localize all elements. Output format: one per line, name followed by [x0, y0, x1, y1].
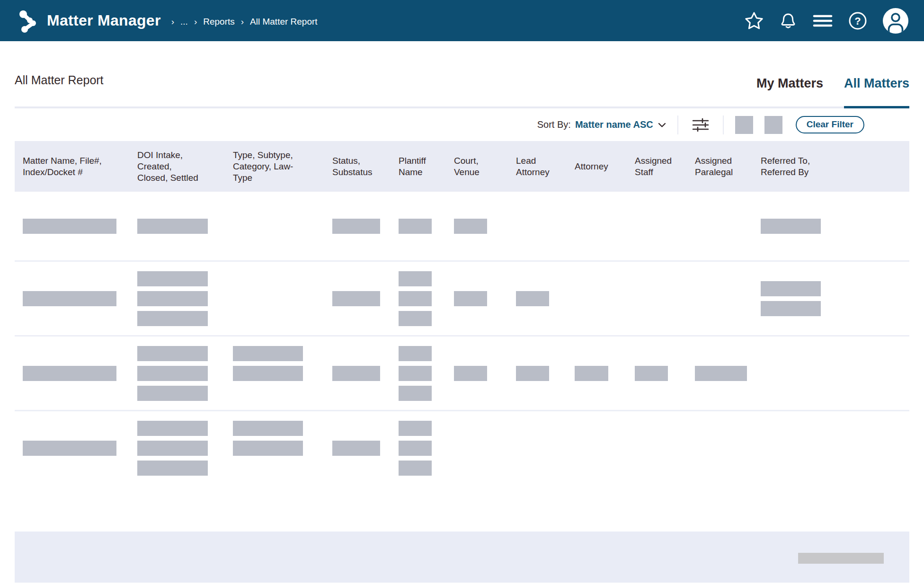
- sort-by-label: Sort By:: [537, 119, 571, 130]
- table-row: [15, 410, 909, 485]
- table-cell-attorney: [575, 337, 635, 410]
- page-title: All Matter Report: [15, 73, 104, 87]
- table-cell-status: [332, 262, 399, 335]
- table-cell-doi: [137, 337, 233, 410]
- skeleton-bar: [695, 366, 747, 381]
- skeleton-bar: [761, 219, 821, 234]
- table-cell-referred: [761, 262, 909, 335]
- toolbar-placeholder-icon[interactable]: [735, 116, 753, 134]
- table-row: [15, 260, 909, 335]
- column-header-doi: DOI Intake,Created,Closed, Settled: [137, 150, 233, 184]
- column-header-court: Court,Venue: [454, 155, 516, 178]
- table-header-row: Matter Name, File#,Index/Docket #DOI Int…: [15, 141, 909, 192]
- clear-filter-button[interactable]: Clear Filter: [796, 116, 864, 133]
- table-cell-assigned-paralegal: [695, 192, 761, 260]
- table-cell-assigned-staff: [635, 192, 695, 260]
- skeleton-bar: [332, 291, 380, 306]
- table-cell-referred: [761, 192, 909, 260]
- toolbar-placeholder-icon[interactable]: [764, 116, 782, 134]
- menu-icon[interactable]: [813, 13, 833, 29]
- skeleton-bar: [137, 421, 208, 436]
- user-avatar[interactable]: [883, 8, 908, 34]
- table-cell-plaintiff-name: [399, 192, 454, 260]
- skeleton-bar: [399, 421, 432, 436]
- skeleton-bar: [399, 386, 432, 401]
- table-cell-type: [233, 337, 332, 410]
- table-cell-referred: [761, 337, 909, 410]
- skeleton-bar: [575, 366, 608, 381]
- tab-bar: My Matters All Matters: [756, 76, 909, 108]
- breadcrumb-item-reports[interactable]: Reports: [203, 17, 235, 27]
- top-bar-actions: ?: [745, 8, 908, 34]
- table-cell-court: [454, 192, 516, 260]
- breadcrumb-separator: ›: [241, 17, 244, 27]
- skeleton-bar: [137, 271, 208, 286]
- column-header-assigned-staff: AssignedStaff: [635, 155, 695, 178]
- table-body: [15, 192, 909, 485]
- skeleton-bar: [516, 366, 549, 381]
- skeleton-bar: [137, 219, 208, 234]
- skeleton-bar: [761, 301, 821, 316]
- table-cell-doi: [137, 411, 233, 485]
- breadcrumb-item-all-matter-report[interactable]: All Matter Report: [250, 17, 318, 27]
- skeleton-bar: [761, 281, 821, 296]
- breadcrumb-ellipsis[interactable]: ...: [180, 17, 188, 27]
- table-cell-assigned-staff: [635, 262, 695, 335]
- sort-by-control[interactable]: Sort By: Matter name ASC: [537, 119, 666, 130]
- pagination-skeleton-bar: [798, 553, 884, 564]
- table-cell-type: [233, 411, 332, 485]
- skeleton-bar: [332, 366, 380, 381]
- skeleton-bar: [137, 311, 208, 326]
- page-header: All Matter Report My Matters All Matters: [15, 41, 909, 108]
- table-cell-plaintiff-name: [399, 411, 454, 485]
- column-header-referred: Referred To,Referred By: [761, 155, 909, 178]
- notifications-bell-icon[interactable]: [779, 12, 797, 30]
- table-cell-status: [332, 192, 399, 260]
- table-cell-assigned-staff: [635, 411, 695, 485]
- table-cell-assigned-staff: [635, 337, 695, 410]
- table-cell-type: [233, 262, 332, 335]
- skeleton-bar: [399, 311, 432, 326]
- toolbar-divider: [723, 115, 724, 134]
- table-cell-status: [332, 337, 399, 410]
- skeleton-bar: [233, 346, 303, 361]
- skeleton-bar: [399, 366, 432, 381]
- skeleton-bar: [23, 219, 116, 234]
- table-footer: [15, 532, 909, 583]
- column-header-assigned-paralegal: AssignedParalegal: [695, 155, 761, 178]
- table-cell-lead-attorney: [516, 411, 575, 485]
- tab-all-matters[interactable]: All Matters: [844, 76, 909, 108]
- tab-my-matters[interactable]: My Matters: [756, 76, 823, 108]
- column-header-attorney: Attorney: [575, 161, 635, 172]
- app-title: Matter Manager: [47, 12, 161, 29]
- table-cell-matter-name: [23, 262, 137, 335]
- table-toolbar: Sort By: Matter name ASC Clear Filter: [15, 108, 909, 141]
- breadcrumb-separator: ›: [171, 17, 174, 27]
- table-cell-plaintiff-name: [399, 337, 454, 410]
- breadcrumb-separator: ›: [194, 17, 197, 27]
- table-cell-lead-attorney: [516, 262, 575, 335]
- skeleton-bar: [137, 291, 208, 306]
- skeleton-bar: [137, 346, 208, 361]
- skeleton-bar: [516, 291, 549, 306]
- filter-sliders-icon[interactable]: [693, 117, 709, 133]
- column-header-matter-name: Matter Name, File#,Index/Docket #: [23, 155, 137, 178]
- top-bar: Matter Manager › ... › Reports › All Mat…: [0, 0, 924, 41]
- table-cell-referred: [761, 411, 909, 485]
- favorite-star-icon[interactable]: [745, 12, 764, 30]
- table-cell-attorney: [575, 411, 635, 485]
- skeleton-bar: [399, 291, 432, 306]
- column-header-status: Status,Substatus: [332, 155, 399, 178]
- skeleton-bar: [23, 441, 116, 456]
- skeleton-bar: [635, 366, 668, 381]
- table-cell-attorney: [575, 262, 635, 335]
- help-icon[interactable]: ?: [848, 11, 867, 30]
- skeleton-bar: [454, 219, 487, 234]
- skeleton-bar: [137, 461, 208, 476]
- table-cell-matter-name: [23, 192, 137, 260]
- column-header-lead-attorney: LeadAttorney: [516, 155, 575, 178]
- skeleton-bar: [454, 366, 487, 381]
- svg-text:?: ?: [854, 15, 861, 27]
- skeleton-bar: [399, 441, 432, 456]
- skeleton-bar: [399, 219, 432, 234]
